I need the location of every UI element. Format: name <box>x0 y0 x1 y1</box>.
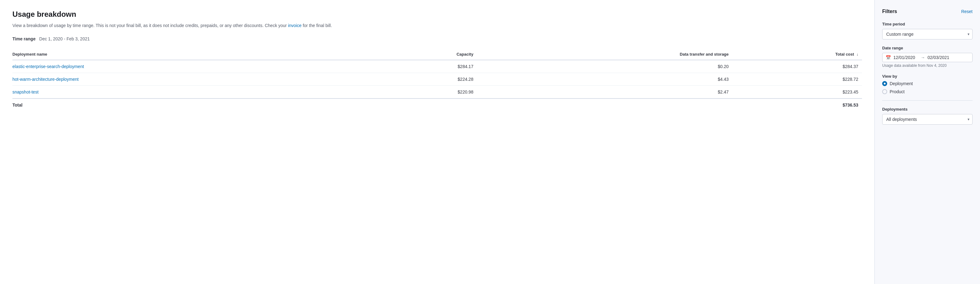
col-header-total[interactable]: Total cost ↓ <box>732 49 862 60</box>
table-footer-row: Total $736.53 <box>13 99 862 111</box>
sort-icon: ↓ <box>856 52 858 57</box>
radio-item-product[interactable]: Product <box>882 89 972 94</box>
main-content: Usage breakdown View a breakdown of usag… <box>0 0 874 284</box>
deployments-label: Deployments <box>882 107 972 112</box>
col-header-data: Data transfer and storage <box>477 49 732 60</box>
footer-data <box>477 99 732 111</box>
cell-total: $228.72 <box>732 73 862 86</box>
cell-name: elastic-enterprise-search-deployment <box>13 60 377 73</box>
footer-total: $736.53 <box>732 99 862 111</box>
deployment-link[interactable]: elastic-enterprise-search-deployment <box>13 64 84 69</box>
cell-total: $284.37 <box>732 60 862 73</box>
filters-reset-button[interactable]: Reset <box>961 9 972 14</box>
time-range-label: Time range <box>13 36 35 41</box>
time-range-value: Dec 1, 2020 - Feb 3, 2021 <box>39 36 90 41</box>
filters-panel: Filters Reset Time period Custom rangeLa… <box>874 0 980 284</box>
cell-capacity: $284.17 <box>377 60 477 73</box>
date-end-input[interactable] <box>928 55 954 60</box>
date-arrow-icon: → <box>921 55 925 60</box>
time-period-select-wrapper: Custom rangeLast 30 daysLast 3 monthsLas… <box>882 29 972 40</box>
radio-product[interactable] <box>882 89 887 94</box>
page-description: View a breakdown of usage by time range.… <box>13 22 862 29</box>
filters-title: Filters <box>882 9 897 14</box>
view-by-radio-group: Deployment Product <box>882 81 972 94</box>
cell-name: snapshot-test <box>13 86 377 99</box>
filter-date-range: Date range 📅 → Usage data available from… <box>882 46 972 68</box>
table-row: hot-warm-architecture-deployment$224.28$… <box>13 73 862 86</box>
radio-deployment[interactable] <box>882 81 887 86</box>
cell-name: hot-warm-architecture-deployment <box>13 73 377 86</box>
filter-view-by: View by Deployment Product <box>882 74 972 94</box>
date-start-input[interactable] <box>893 55 918 60</box>
radio-deployment-label: Deployment <box>889 81 913 86</box>
filter-deployments: Deployments All deployments ▾ <box>882 107 972 124</box>
date-range-row: 📅 → <box>882 53 972 62</box>
time-period-select[interactable]: Custom rangeLast 30 daysLast 3 monthsLas… <box>882 29 972 40</box>
radio-item-deployment[interactable]: Deployment <box>882 81 972 86</box>
date-range-label: Date range <box>882 46 972 50</box>
deployments-select[interactable]: All deployments <box>882 114 972 124</box>
table-header-row: Deployment name Capacity Data transfer a… <box>13 49 862 60</box>
cell-data: $0.20 <box>477 60 732 73</box>
cell-data: $2.47 <box>477 86 732 99</box>
filter-time-period: Time period Custom rangeLast 30 daysLast… <box>882 22 972 40</box>
deployments-select-wrapper: All deployments ▾ <box>882 114 972 124</box>
time-period-label: Time period <box>882 22 972 26</box>
cell-capacity: $220.98 <box>377 86 477 99</box>
table-row: snapshot-test$220.98$2.47$223.45 <box>13 86 862 99</box>
page-title: Usage breakdown <box>13 10 862 19</box>
date-hint: Usage data available from Nov 4, 2020 <box>882 64 972 68</box>
calendar-icon: 📅 <box>886 55 891 60</box>
deployment-link[interactable]: snapshot-test <box>13 89 38 94</box>
radio-product-label: Product <box>889 89 905 94</box>
cell-data: $4.43 <box>477 73 732 86</box>
table-row: elastic-enterprise-search-deployment$284… <box>13 60 862 73</box>
col-header-capacity: Capacity <box>377 49 477 60</box>
cell-capacity: $224.28 <box>377 73 477 86</box>
filters-header: Filters Reset <box>882 9 972 14</box>
description-suffix: for the final bill. <box>302 23 332 28</box>
footer-capacity <box>377 99 477 111</box>
cell-total: $223.45 <box>732 86 862 99</box>
col-header-name: Deployment name <box>13 49 377 60</box>
deployment-link[interactable]: hot-warm-architecture-deployment <box>13 77 79 82</box>
invoice-link[interactable]: invoice <box>288 23 302 28</box>
description-prefix: View a breakdown of usage by time range.… <box>13 23 288 28</box>
usage-table: Deployment name Capacity Data transfer a… <box>13 49 862 111</box>
time-range-row: Time range Dec 1, 2020 - Feb 3, 2021 <box>13 36 862 41</box>
footer-label: Total <box>13 99 377 111</box>
view-by-label: View by <box>882 74 972 78</box>
